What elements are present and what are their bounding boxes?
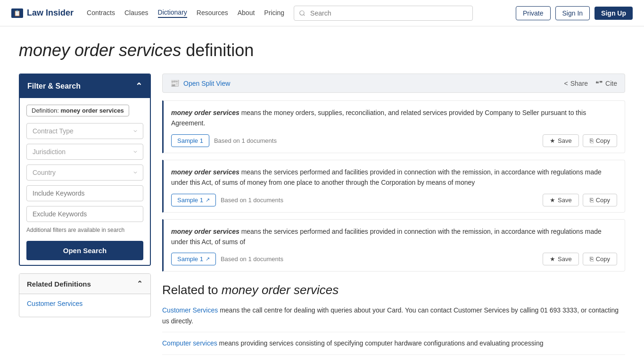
filter-hint: Additional filters are available in sear… [26,227,143,233]
related-definitions-body: Customer Services [19,294,150,317]
related-def-customer-services[interactable]: Customer Services [27,300,143,307]
based-on-3: Based on 1 documents [221,255,283,263]
def-term-2: money order services [171,168,239,176]
based-on-2: Based on 1 documents [221,197,283,204]
split-view-label: Open Split View [183,80,230,87]
def-footer-2: Sample 1 ↗ Based on 1 documents ★ Save ⎘… [171,194,617,206]
nav-links: Contracts Clauses Dictionary Resources A… [87,8,284,18]
def-actions-3: ★ Save ⎘ Copy [543,253,617,265]
sample-btn-2[interactable]: Sample 1 ↗ [171,194,216,206]
definition-label: Definition: [32,107,59,114]
def-term-1: money order services [171,109,239,116]
def-text-2: money order services means the services … [171,167,617,188]
nav-resources[interactable]: Resources [197,9,228,17]
related-title-italic: money order services [222,283,339,297]
definition-card-3: money order services means the services … [162,219,625,272]
split-view-icon: 📰 [170,79,180,88]
share-icon: < [564,80,568,87]
save-btn-3[interactable]: ★ Save [543,253,579,265]
split-view-actions: < Share ❝❞ Cite [564,80,617,87]
nav-dictionary[interactable]: Dictionary [158,8,187,18]
cite-icon: ❝❞ [595,80,603,87]
content-area: 📰 Open Split View < Share ❝❞ Cite [162,74,625,361]
sample-label-3: Sample 1 [177,255,203,263]
open-split-view[interactable]: 📰 Open Split View [170,79,230,88]
related-definitions-collapse-icon[interactable]: ⌃ [137,280,143,288]
logo[interactable]: 📋 Law Insider [11,8,74,18]
exclude-keywords-input[interactable] [26,206,143,222]
def-footer-left-1: Sample 1 Based on 1 documents [171,134,277,147]
filter-body: Definition: money order services Contrac… [20,98,150,265]
copy-btn-3[interactable]: ⎘ Copy [583,253,617,265]
definition-card-1: money order services means the money ord… [162,100,625,153]
related-title: Related to money order services [162,283,625,297]
related-def-1: Customer Services means the call centre … [162,305,625,332]
def-actions-2: ★ Save ⎘ Copy [543,194,617,206]
nav-contracts[interactable]: Contracts [87,9,115,17]
related-section: Related to money order services Customer… [162,283,625,354]
copy-btn-2[interactable]: ⎘ Copy [583,194,617,206]
save-btn-1[interactable]: ★ Save [543,134,579,147]
logo-icon: 📋 [11,8,23,18]
def-text-1: money order services means the money ord… [171,107,617,129]
nav-about[interactable]: About [238,9,255,17]
related-def-link-2[interactable]: Computer services [162,339,217,347]
split-view-bar: 📰 Open Split View < Share ❝❞ Cite [162,74,625,93]
share-action[interactable]: < Share [564,80,588,87]
country-select[interactable]: Country [26,165,143,181]
nav-actions: Private Sign In Sign Up [516,6,633,20]
related-definitions-box: Related Definitions ⌃ Customer Services [19,273,151,317]
logo-text: Law Insider [27,8,74,18]
star-icon-2: ★ [550,197,555,204]
sample-external-icon-3: ↗ [206,256,210,262]
save-btn-2[interactable]: ★ Save [543,194,579,206]
copy-icon-3: ⎘ [590,255,594,263]
nav-pricing[interactable]: Pricing [264,9,284,17]
save-label-1: Save [558,137,572,144]
definition-value: money order services [60,107,124,114]
def-text-3: money order services means the services … [171,226,617,247]
filter-box: Filter & Search ⌃ Definition: money orde… [19,74,151,266]
save-label-2: Save [558,197,572,204]
filter-title: Filter & Search [27,82,81,90]
save-label-3: Save [558,255,572,263]
def-footer-1: Sample 1 Based on 1 documents ★ Save ⎘ C… [171,134,617,147]
definition-tag: Definition: money order services [26,105,129,116]
open-search-button[interactable]: Open Search [26,241,143,260]
sidebar: Filter & Search ⌃ Definition: money orde… [19,74,151,317]
sample-btn-1[interactable]: Sample 1 [171,134,209,147]
nav-clauses[interactable]: Clauses [124,9,149,17]
signin-button[interactable]: Sign In [555,6,590,20]
def-term-3: money order services [171,228,239,235]
signup-button[interactable]: Sign Up [594,7,633,20]
related-title-prefix: Related to [162,283,222,297]
copy-label-1: Copy [596,137,610,144]
page-content: money order services definition Filter &… [0,26,644,362]
copy-btn-1[interactable]: ⎘ Copy [583,134,617,147]
sample-label-2: Sample 1 [177,197,203,204]
copy-label-2: Copy [596,197,610,204]
include-keywords-input[interactable] [26,185,143,201]
def-footer-left-3: Sample 1 ↗ Based on 1 documents [171,253,283,265]
copy-icon-2: ⎘ [590,197,594,204]
private-button[interactable]: Private [516,6,551,20]
based-on-1: Based on 1 documents [214,137,277,144]
page-title-suffix: definition [181,41,254,60]
def-footer-left-2: Sample 1 ↗ Based on 1 documents [171,194,283,206]
page-title: money order services definition [19,41,625,60]
sample-external-icon-2: ↗ [206,197,210,203]
jurisdiction-select[interactable]: Jurisdiction [26,144,143,160]
sample-btn-3[interactable]: Sample 1 ↗ [171,253,216,265]
search-container [294,6,506,21]
cite-action[interactable]: ❝❞ Cite [595,80,617,87]
related-def-text-1: means the call centre for dealing with q… [162,306,619,324]
related-def-link-1[interactable]: Customer Services [162,306,218,314]
search-input[interactable] [294,6,473,21]
copy-label-3: Copy [596,255,610,263]
related-def-text-2: means providing services consisting of s… [217,339,544,347]
star-icon-3: ★ [550,255,555,263]
contract-type-select[interactable]: Contract Type [26,123,143,139]
cite-label: Cite [605,80,617,87]
page-title-italic: money order services [19,41,181,60]
filter-collapse-icon[interactable]: ⌃ [135,81,142,91]
